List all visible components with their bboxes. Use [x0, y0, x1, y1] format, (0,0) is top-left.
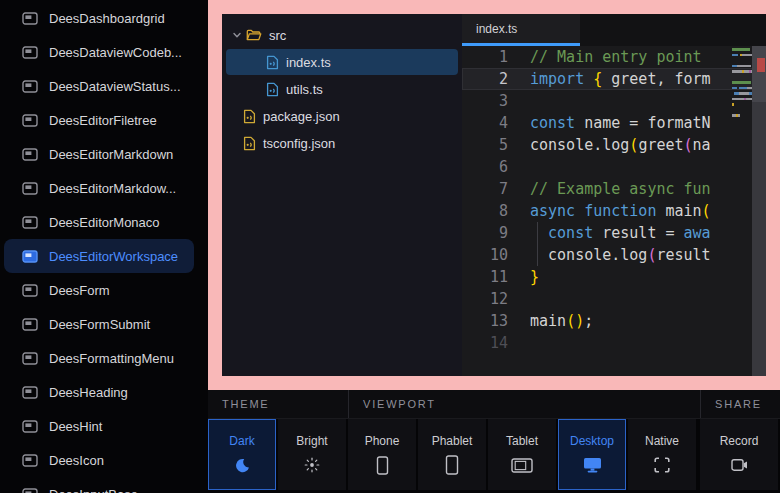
sidebar-item-deesdataviewstatus[interactable]: DeesDataviewStatus... [4, 69, 194, 103]
sidebar-item-deeseditormarkdow[interactable]: DeesEditorMarkdow... [4, 171, 194, 205]
share-record-button[interactable]: Record [700, 419, 778, 490]
record-icon [731, 455, 748, 475]
code-line-14: 14 [462, 332, 766, 354]
minimap-row [732, 59, 751, 62]
editor-workspace: srcindex.tsutils.tspackage.jsontsconfig.… [222, 14, 766, 376]
code-line-text: console.log(result [530, 244, 766, 266]
toolbar-section-label-share: SHARE [700, 390, 780, 418]
component-sidebar: DeesDashboardgridDeesDataviewCodeb...Dee… [0, 0, 208, 493]
sidebar-item-label: DeesIcon [49, 453, 104, 468]
sidebar-item-label: DeesDataviewCodeb... [49, 45, 182, 60]
component-icon [22, 454, 38, 467]
sidebar-item-deesicon[interactable]: DeesIcon [4, 443, 194, 477]
chevron-down-icon [232, 30, 242, 40]
preview-frame: srcindex.tsutils.tspackage.jsontsconfig.… [208, 0, 780, 390]
sidebar-item-deeshint[interactable]: DeesHint [4, 409, 194, 443]
minimap[interactable] [732, 48, 751, 125]
component-icon [22, 216, 38, 229]
line-number: 1 [462, 46, 530, 68]
button-label: Phablet [432, 434, 473, 448]
code-line-2: 2import { greet, form [462, 68, 766, 90]
tree-item-src[interactable]: src [226, 22, 458, 48]
minimap-row [732, 70, 751, 73]
sidebar-item-deesformattingmenu[interactable]: DeesFormattingMenu [4, 341, 194, 375]
minimap-row [732, 114, 751, 117]
scrollbar-decoration-marker [757, 58, 765, 72]
sidebar-item-deesinputbase[interactable]: DeesInputBase [4, 477, 194, 493]
component-icon [22, 80, 38, 93]
line-number: 9 [462, 222, 530, 244]
line-number: 8 [462, 200, 530, 222]
button-label: Bright [296, 434, 327, 448]
line-number: 2 [462, 68, 530, 90]
sidebar-item-deesdataviewcodeb[interactable]: DeesDataviewCodeb... [4, 35, 194, 69]
scrollbar-thumb[interactable] [752, 46, 766, 102]
button-label: Dark [229, 434, 254, 448]
code-line-text: const name = formatN [530, 112, 766, 134]
sidebar-item-deeseditormarkdown[interactable]: DeesEditorMarkdown [4, 137, 194, 171]
minimap-row [732, 87, 751, 90]
toolbar-section-label-theme: THEME [208, 390, 348, 418]
editor-scrollbar[interactable] [752, 46, 766, 376]
line-number: 10 [462, 244, 530, 266]
sidebar-item-label: DeesEditorMarkdow... [49, 181, 176, 196]
tab-index-ts[interactable]: index.ts [462, 14, 580, 46]
button-label: Native [645, 434, 679, 448]
sidebar-item-deeseditormonaco[interactable]: DeesEditorMonaco [4, 205, 194, 239]
sidebar-item-label: DeesEditorMonaco [49, 215, 160, 230]
moon-icon [235, 455, 250, 475]
viewport-desktop-button[interactable]: Desktop [558, 419, 626, 490]
theme-dark-button[interactable]: Dark [208, 419, 276, 490]
line-number: 3 [462, 90, 530, 112]
code-line-text: main(); [530, 310, 766, 332]
tree-item-label: utils.ts [286, 82, 323, 97]
code-line-12: 12 [462, 288, 766, 310]
phone-icon [376, 455, 389, 475]
viewport-phone-button[interactable]: Phone [348, 419, 416, 490]
sidebar-item-label: DeesFormSubmit [49, 317, 150, 332]
sidebar-item-deesform[interactable]: DeesForm [4, 273, 194, 307]
button-label: Tablet [506, 434, 538, 448]
line-number: 7 [462, 178, 530, 200]
minimap-row [732, 48, 751, 51]
tree-item-utils-ts[interactable]: utils.ts [226, 76, 458, 102]
tree-item-package-json[interactable]: package.json [226, 103, 458, 129]
code-area[interactable]: 1// Main entry point2import { greet, for… [462, 46, 766, 376]
code-line-text [530, 156, 766, 178]
minimap-row [732, 81, 751, 84]
code-line-text: // Example async fun [530, 178, 766, 200]
sidebar-item-label: DeesDataviewStatus... [49, 79, 181, 94]
editor-tabbar: index.ts [462, 14, 766, 46]
sidebar-item-label: DeesEditorFiletree [49, 113, 157, 128]
toolbar-section-label-viewport: VIEWPORT [348, 390, 700, 418]
sidebar-item-label: DeesFormattingMenu [49, 351, 174, 366]
sidebar-item-deeseditorfiletree[interactable]: DeesEditorFiletree [4, 103, 194, 137]
line-number: 14 [462, 332, 530, 354]
component-icon [22, 488, 38, 493]
minimap-row [732, 98, 751, 101]
tree-item-tsconfig-json[interactable]: tsconfig.json [226, 130, 458, 156]
code-line-text: const result = awa [530, 222, 766, 244]
minimap-row [732, 120, 751, 123]
sidebar-item-deesdashboardgrid[interactable]: DeesDashboardgrid [4, 1, 194, 35]
theme-bright-button[interactable]: Bright [278, 419, 346, 490]
component-icon [22, 386, 38, 399]
component-icon [22, 114, 38, 127]
sidebar-item-deesformsubmit[interactable]: DeesFormSubmit [4, 307, 194, 341]
toolbar-group-theme: DarkBright [208, 419, 348, 490]
component-icon [22, 352, 38, 365]
tree-item-label: src [269, 28, 286, 43]
native-icon [654, 455, 670, 475]
tree-item-index-ts[interactable]: index.ts [226, 49, 458, 75]
app-root: DeesDashboardgridDeesDataviewCodeb...Dee… [0, 0, 780, 493]
viewport-native-button[interactable]: Native [628, 419, 696, 490]
sidebar-item-deesheading[interactable]: DeesHeading [4, 375, 194, 409]
line-number: 4 [462, 112, 530, 134]
sidebar-item-deeseditorworkspace[interactable]: DeesEditorWorkspace [4, 239, 194, 273]
main-panel: srcindex.tsutils.tspackage.jsontsconfig.… [208, 0, 780, 493]
code-line-1: 1// Main entry point [462, 46, 766, 68]
viewport-tablet-button[interactable]: Tablet [488, 419, 556, 490]
toolbar-buttons: DarkBrightPhonePhabletTabletDesktopNativ… [208, 419, 780, 493]
code-line-11: 11} [462, 266, 766, 288]
viewport-phablet-button[interactable]: Phablet [418, 419, 486, 490]
